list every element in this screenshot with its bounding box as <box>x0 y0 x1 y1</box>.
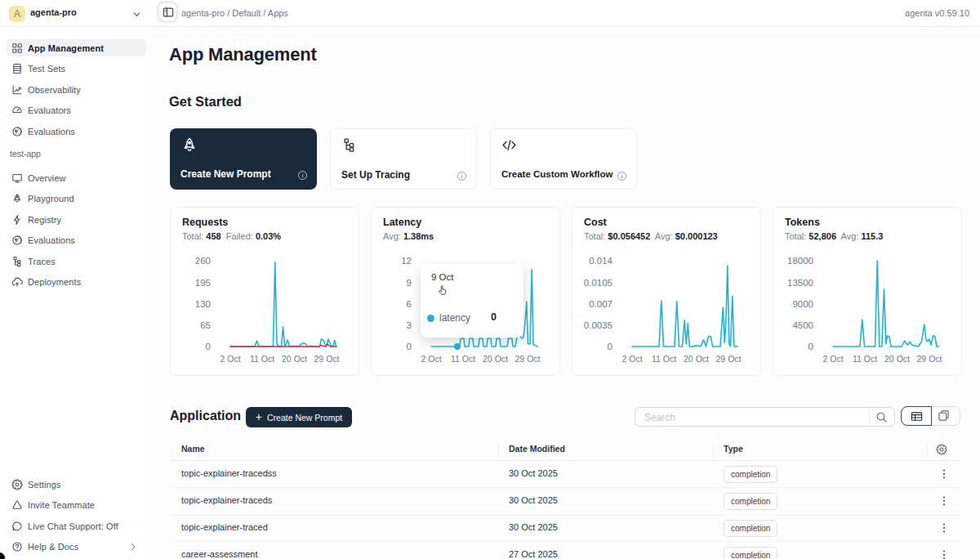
svg-text:11 Oct: 11 Oct <box>652 354 676 364</box>
svg-text:6: 6 <box>407 299 412 309</box>
svg-text:11 Oct: 11 Oct <box>853 354 877 364</box>
svg-text:9: 9 <box>407 278 412 288</box>
svg-text:20 Oct: 20 Oct <box>282 354 307 364</box>
svg-text:0.007: 0.007 <box>589 299 612 309</box>
svg-text:20 Oct: 20 Oct <box>684 354 709 364</box>
svg-text:0.0035: 0.0035 <box>584 320 612 330</box>
svg-text:65: 65 <box>200 320 211 330</box>
svg-text:0: 0 <box>206 342 211 351</box>
svg-text:20 Oct: 20 Oct <box>884 354 910 364</box>
svg-text:2 Oct: 2 Oct <box>822 354 843 364</box>
svg-text:195: 195 <box>195 278 211 288</box>
svg-text:0: 0 <box>808 342 813 351</box>
svg-text:0: 0 <box>407 342 412 351</box>
svg-text:29 Oct: 29 Oct <box>314 354 340 364</box>
svg-text:18000: 18000 <box>787 256 813 266</box>
svg-text:9000: 9000 <box>792 299 813 309</box>
svg-text:12: 12 <box>401 256 412 266</box>
svg-text:0: 0 <box>608 342 612 351</box>
svg-text:11 Oct: 11 Oct <box>250 354 274 364</box>
svg-text:130: 130 <box>195 299 211 309</box>
svg-text:29 Oct: 29 Oct <box>716 354 742 364</box>
svg-text:2 Oct: 2 Oct <box>421 354 441 364</box>
svg-text:2 Oct: 2 Oct <box>220 354 240 364</box>
svg-text:29 Oct: 29 Oct <box>515 354 541 364</box>
svg-text:3: 3 <box>407 320 412 330</box>
svg-text:29 Oct: 29 Oct <box>917 354 942 364</box>
svg-text:4500: 4500 <box>792 320 813 330</box>
svg-text:0.0105: 0.0105 <box>584 278 612 288</box>
svg-text:20 Oct: 20 Oct <box>483 354 508 364</box>
svg-text:11 Oct: 11 Oct <box>451 354 475 364</box>
svg-text:0.014: 0.014 <box>589 256 612 266</box>
svg-text:260: 260 <box>195 256 211 266</box>
svg-text:13500: 13500 <box>787 278 813 288</box>
svg-text:2 Oct: 2 Oct <box>621 354 642 364</box>
